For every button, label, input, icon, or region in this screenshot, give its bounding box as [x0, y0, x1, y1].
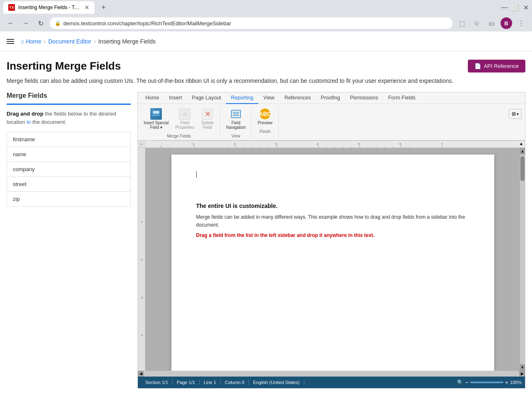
svg-text:3: 3: [275, 142, 277, 146]
expand-grid-icon: ⊞: [512, 111, 516, 117]
status-page: Page 1/1: [173, 380, 200, 385]
forward-button[interactable]: →: [20, 17, 31, 29]
document-page[interactable]: The entire UI is customizable. Merge fie…: [171, 155, 494, 371]
ribbon-group-finish: ABC Preview Finish: [252, 106, 279, 138]
sidebar-desc-rest2: the document.: [32, 119, 66, 125]
back-button[interactable]: ←: [5, 17, 17, 29]
merge-fields-sidebar: Merge Fields Drag and drop the fields be…: [7, 92, 131, 389]
breadcrumb: ⌂ Home › Document Editor › Inserting Mer…: [21, 38, 156, 45]
sidebar-desc-in: in: [26, 119, 31, 125]
cursor-area: [196, 171, 469, 178]
ruler-corner: ↔: [138, 140, 145, 148]
ruler-svg: 1 2 3: [153, 140, 525, 148]
ribbon-tab-form-fields[interactable]: Form Fields: [383, 92, 420, 104]
ribbon-tab-references[interactable]: References: [279, 92, 316, 104]
vertical-scrollbar[interactable]: ▲ ▼: [520, 148, 525, 371]
api-reference-button[interactable]: 📄 API Reference: [468, 60, 525, 72]
field-item-firstname[interactable]: firstname: [7, 132, 130, 147]
field-item-zip[interactable]: zip: [7, 192, 130, 206]
preview-button[interactable]: ABC Preview: [255, 106, 275, 127]
insert-sq: [150, 108, 162, 120]
hscrollbar-right[interactable]: ▶: [519, 371, 525, 377]
tab-close-button[interactable]: ✕: [84, 4, 89, 11]
hscrollbar-left[interactable]: ◀: [138, 371, 144, 377]
field-item-name[interactable]: name: [7, 147, 130, 162]
insert-special-field-button[interactable]: Insert Special Field ▾: [141, 106, 171, 131]
status-line: Line 1: [200, 380, 221, 385]
address-bar: ← → ↻ 🔒 demos.textcontrol.com/chapter/to…: [0, 15, 532, 31]
ribbon-tab-view[interactable]: View: [258, 92, 279, 104]
svg-text:2: 2: [234, 142, 236, 146]
title-bar: TX Inserting Merge Fields - Text Con... …: [0, 0, 532, 15]
editor-scroll-area[interactable]: -1 -2 -3 -4 The entire UI is customizabl…: [138, 148, 525, 371]
new-tab-button[interactable]: +: [98, 2, 109, 13]
breadcrumb-sep-2: ›: [94, 38, 96, 45]
delete-inner: ✕: [202, 108, 213, 120]
ribbon-tab-home[interactable]: Home: [140, 92, 164, 104]
hamburger-menu[interactable]: [7, 39, 14, 44]
profile-icon[interactable]: B: [501, 17, 512, 29]
page-title: Inserting Merge Fields: [7, 60, 121, 72]
ribbon-expand-button[interactable]: ⊞ ▾: [509, 109, 522, 119]
close-window-button[interactable]: ✕: [523, 5, 529, 10]
scrollbar-up[interactable]: ▲: [520, 148, 525, 155]
insert-special-label: Insert Special: [144, 121, 169, 125]
ribbon-tab-permissions[interactable]: Permissions: [345, 92, 383, 104]
delete-field-button: ✕ Delete Field: [198, 106, 217, 131]
ribbon-content: Insert Special Field ▾ ✓ Field Propertie…: [138, 104, 525, 140]
home-icon: ⌂: [21, 38, 24, 45]
maximize-button[interactable]: ⬜: [512, 5, 518, 10]
field-item-street[interactable]: street: [7, 177, 130, 192]
delete-field-label2: Field: [203, 125, 212, 130]
refresh-button[interactable]: ↻: [35, 17, 46, 29]
field-navigation-button[interactable]: Field Navigation: [224, 106, 248, 131]
ribbon-tab-proofing[interactable]: Proofing: [316, 92, 345, 104]
sidebar-toggle-icon[interactable]: ▭: [486, 17, 497, 29]
svg-rect-2: [153, 111, 159, 114]
vertical-ruler: -1 -2 -3 -4: [138, 148, 145, 371]
cast-icon[interactable]: ⬚: [456, 17, 467, 29]
bookmark-icon[interactable]: ☆: [471, 17, 482, 29]
zoom-plus[interactable]: +: [505, 379, 508, 386]
zoom-slider-track[interactable]: [470, 382, 503, 383]
nav-icon-inner: [231, 110, 241, 118]
status-column: Column 0: [221, 380, 249, 385]
v-ruler-2: -1: [140, 219, 143, 257]
field-nav-icon: [229, 107, 243, 121]
tab-area: TX Inserting Merge Fields - Text Con... …: [3, 1, 109, 14]
zoom-minus[interactable]: −: [465, 379, 468, 386]
ribbon-tab-insert[interactable]: Insert: [164, 92, 187, 104]
svg-text:5: 5: [358, 142, 360, 146]
nav-line-2: [233, 114, 239, 114]
document-heading: The entire UI is customizable.: [196, 203, 469, 209]
scrollbar-thumb[interactable]: [520, 156, 525, 181]
field-item-company[interactable]: company: [7, 162, 130, 177]
scrollbar-down[interactable]: ▼: [520, 364, 525, 371]
ribbon-tab-reporting[interactable]: Reporting: [226, 92, 258, 104]
status-section: Section 1/1: [141, 380, 173, 385]
delete-field-label: Delete: [202, 121, 214, 125]
delete-field-icon: ✕: [201, 107, 214, 121]
field-list: firstnamenamecompanystreetzip: [7, 132, 131, 207]
minimize-button[interactable]: —: [501, 5, 507, 10]
insert-special-icon: [149, 107, 163, 121]
zoom-controls: 🔍 − + 100%: [457, 379, 522, 386]
finish-group-label: Finish: [260, 128, 271, 134]
ribbon-tab-page-layout[interactable]: Page Layout: [187, 92, 226, 104]
merge-fields-group-label: Merge Fields: [167, 133, 191, 138]
breadcrumb-parent[interactable]: Document Editor: [48, 38, 91, 45]
status-language: English (United States): [249, 380, 304, 385]
menu-icon[interactable]: ⋮: [515, 17, 527, 29]
ribbon-expand-area: ⊞ ▾: [506, 106, 525, 138]
svg-text:4: 4: [317, 142, 319, 146]
active-tab[interactable]: TX Inserting Merge Fields - Text Con... …: [3, 1, 94, 14]
preview-inner: ABC: [260, 109, 270, 119]
horizontal-scrollbar[interactable]: ◀ ▶: [138, 371, 525, 377]
ribbon-group-merge-fields: Insert Special Field ▾ ✓ Field Propertie…: [138, 106, 220, 138]
status-bar: Section 1/1 Page 1/1 Line 1 Column 0 Eng…: [138, 377, 525, 388]
breadcrumb-home[interactable]: ⌂ Home: [21, 38, 41, 45]
url-bar[interactable]: 🔒 demos.textcontrol.com/chapter/topic/Ri…: [50, 17, 453, 29]
editor-scroll-inner: The entire UI is customizable. Merge fie…: [145, 148, 520, 371]
ruler-scroll-up[interactable]: ▲: [519, 141, 523, 146]
svg-text:1: 1: [193, 142, 195, 146]
